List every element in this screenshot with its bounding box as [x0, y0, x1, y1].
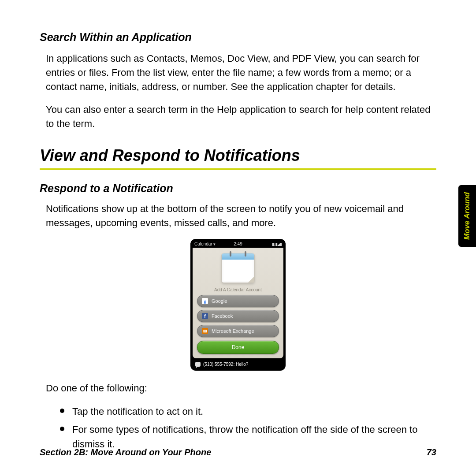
paragraph-search-2: You can also enter a search term in the …: [46, 103, 436, 131]
side-tab: Move Around: [458, 185, 476, 247]
phone-frame: Calendar 2:49 ▮▯▮◢▮ Add A Calendar Accou…: [190, 239, 286, 371]
heading-respond-notif: Respond to a Notification: [40, 182, 436, 195]
option-exchange-label: Microsoft Exchange: [212, 328, 254, 334]
phone-screenshot: Calendar 2:49 ▮▯▮◢▮ Add A Calendar Accou…: [40, 239, 436, 371]
paragraph-notif: Notifications show up at the bottom of t…: [46, 202, 436, 230]
notification-text: (510) 555-7592: Hello?: [203, 362, 248, 367]
status-bar: Calendar 2:49 ▮▯▮◢▮: [193, 241, 283, 248]
status-time: 2:49: [190, 242, 286, 246]
message-icon: [195, 362, 201, 367]
notification-bar[interactable]: (510) 555-7592: Hello?: [193, 360, 283, 368]
page-footer: Section 2B: Move Around on Your Phone 73: [40, 447, 436, 457]
paragraph-search-1: In applications such as Contacts, Memos,…: [46, 52, 436, 94]
done-button-label: Done: [232, 344, 245, 350]
done-button[interactable]: Done: [197, 341, 279, 354]
calendar-icon: [221, 253, 255, 283]
google-icon: g: [202, 298, 208, 304]
footer-section: Section 2B: Move Around on Your Phone: [40, 447, 211, 457]
option-facebook[interactable]: f Facebook: [197, 310, 279, 322]
side-tab-label: Move Around: [463, 192, 472, 240]
option-facebook-label: Facebook: [212, 313, 233, 319]
option-exchange[interactable]: ✉ Microsoft Exchange: [197, 325, 279, 337]
do-one-text: Do one of the following:: [46, 381, 436, 395]
bullet-list: Tap the notification to act on it. For s…: [60, 404, 436, 451]
heading-search-within: Search Within an Application: [40, 31, 436, 44]
bullet-1: Tap the notification to act on it.: [60, 404, 436, 419]
facebook-icon: f: [202, 313, 208, 319]
section-divider: [40, 168, 436, 170]
heading-view-respond: View and Respond to Notifications: [40, 146, 436, 165]
add-account-label: Add A Calendar Account: [196, 287, 280, 292]
option-google[interactable]: g Google: [197, 295, 279, 307]
phone-body: Add A Calendar Account g Google f Facebo…: [193, 248, 283, 358]
footer-page-number: 73: [427, 447, 436, 457]
option-google-label: Google: [212, 298, 227, 304]
manual-page: Search Within an Application In applicat…: [0, 0, 476, 476]
exchange-icon: ✉: [202, 328, 208, 334]
